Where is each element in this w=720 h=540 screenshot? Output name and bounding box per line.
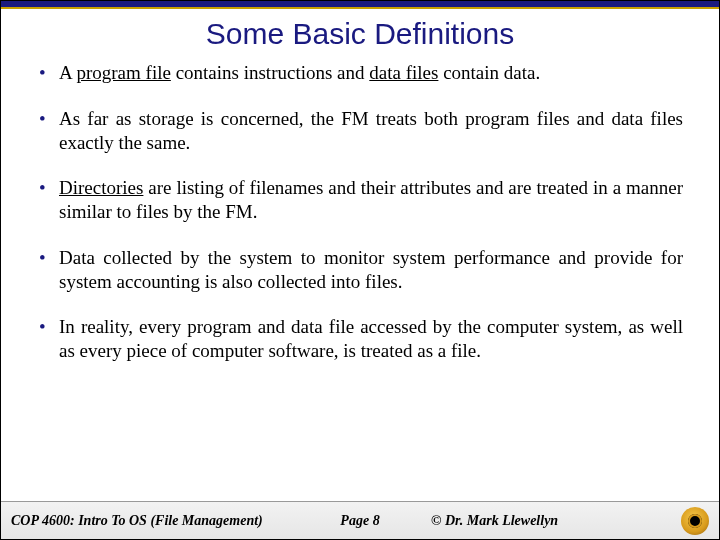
bullet-list: A program file contains instructions and…: [37, 61, 683, 363]
bullet-item: Directories are listing of filenames and…: [37, 176, 683, 224]
text: contains instructions and: [171, 62, 369, 83]
text: In reality, every program and data file …: [59, 316, 683, 361]
text: contain data.: [438, 62, 540, 83]
ucf-logo-icon: [681, 507, 709, 535]
text: are listing of filenames and their attri…: [59, 177, 683, 222]
footer-page: Page 8: [340, 513, 379, 529]
text: A: [59, 62, 76, 83]
text: As far as storage is concerned, the FM t…: [59, 108, 683, 153]
footer-course: COP 4600: Intro To OS (File Management): [11, 513, 263, 529]
slide: Some Basic Definitions A program file co…: [0, 0, 720, 540]
slide-body: A program file contains instructions and…: [1, 61, 719, 501]
text: Data collected by the system to monitor …: [59, 247, 683, 292]
underlined-term: program file: [76, 62, 170, 83]
slide-footer: COP 4600: Intro To OS (File Management) …: [1, 501, 719, 539]
logo-inner-icon: [688, 514, 702, 528]
footer-author: © Dr. Mark Llewellyn: [431, 513, 558, 529]
bullet-item: Data collected by the system to monitor …: [37, 246, 683, 294]
bullet-item: As far as storage is concerned, the FM t…: [37, 107, 683, 155]
bullet-item: In reality, every program and data file …: [37, 315, 683, 363]
underlined-term: Directories: [59, 177, 143, 198]
bullet-item: A program file contains instructions and…: [37, 61, 683, 85]
underlined-term: data files: [369, 62, 438, 83]
top-accent-bar: [1, 1, 719, 9]
slide-title: Some Basic Definitions: [1, 9, 719, 61]
